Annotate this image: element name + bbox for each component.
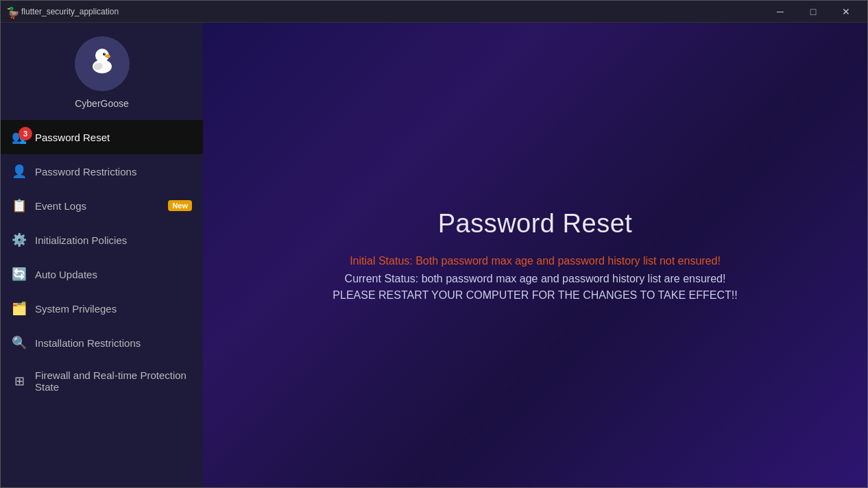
- app-title: flutter_security_application: [21, 7, 119, 16]
- sidebar-item-label: Initialization Policies: [35, 234, 192, 246]
- initial-status: Initial Status: Both password max age an…: [333, 255, 737, 267]
- sidebar-item-event-logs[interactable]: 📋 Event Logs New: [1, 188, 203, 223]
- profile-name: CyberGoose: [75, 98, 129, 109]
- svg-point-4: [104, 53, 104, 53]
- restart-notice: PLEASE RESTART YOUR COMPUTER FOR THE CHA…: [333, 289, 737, 302]
- avatar-icon: [82, 40, 123, 88]
- page-title: Password Reset: [333, 209, 737, 239]
- main-content: Password Reset Initial Status: Both pass…: [203, 23, 867, 487]
- sidebar-item-auto-updates[interactable]: 🔄 Auto Updates: [1, 257, 203, 291]
- sidebar-item-label: Firewall and Real-time Protection State: [35, 369, 192, 393]
- title-bar: 🦆 flutter_security_application ─ □ ✕: [1, 1, 867, 23]
- sidebar-item-label: Auto Updates: [35, 269, 192, 280]
- password-restrictions-icon: 👤: [12, 164, 27, 179]
- event-logs-icon: 📋: [12, 198, 27, 213]
- close-button[interactable]: ✕: [830, 1, 862, 23]
- initialization-policies-icon: ⚙️: [12, 232, 27, 247]
- app-icon: 🦆: [6, 6, 17, 17]
- svg-point-3: [103, 53, 106, 56]
- installation-restrictions-icon: 🔍: [12, 335, 27, 350]
- event-logs-badge-new: New: [168, 200, 192, 211]
- sidebar-item-label: Installation Restrictions: [35, 337, 192, 349]
- current-status: Current Status: both password max age an…: [333, 273, 737, 285]
- sidebar-item-system-privileges[interactable]: 🗂️ System Privileges: [1, 291, 203, 326]
- firewall-protection-icon: ⊞: [12, 374, 27, 389]
- sidebar-item-label: System Privileges: [35, 303, 192, 315]
- sidebar-profile: CyberGoose: [1, 23, 203, 120]
- sidebar-item-label: Password Reset: [35, 132, 192, 143]
- auto-updates-icon: 🔄: [12, 267, 27, 282]
- sidebar-item-firewall-protection[interactable]: ⊞ Firewall and Real-time Protection Stat…: [1, 360, 203, 402]
- content-center: Password Reset Initial Status: Both pass…: [305, 182, 764, 329]
- window-controls: ─ □ ✕: [764, 1, 862, 23]
- sidebar-item-installation-restrictions[interactable]: 🔍 Installation Restrictions: [1, 326, 203, 360]
- sidebar-item-label: Password Restrictions: [35, 166, 192, 178]
- sidebar-item-password-restrictions[interactable]: 👤 Password Restrictions: [1, 154, 203, 188]
- title-bar-left: 🦆 flutter_security_application: [6, 6, 119, 17]
- system-privileges-icon: 🗂️: [12, 301, 27, 316]
- password-reset-badge: 3: [19, 127, 32, 141]
- sidebar-item-label: Event Logs: [35, 200, 160, 212]
- sidebar: CyberGoose 👥 3 Password Reset 👤 Password…: [1, 23, 203, 487]
- minimize-button[interactable]: ─: [764, 1, 796, 23]
- app-window: 🦆 flutter_security_application ─ □ ✕: [0, 0, 868, 488]
- avatar: [75, 36, 130, 91]
- sidebar-item-initialization-policies[interactable]: ⚙️ Initialization Policies: [1, 223, 203, 257]
- app-body: CyberGoose 👥 3 Password Reset 👤 Password…: [1, 23, 867, 487]
- maximize-button[interactable]: □: [797, 1, 829, 23]
- sidebar-item-password-reset[interactable]: 👥 3 Password Reset: [1, 120, 203, 154]
